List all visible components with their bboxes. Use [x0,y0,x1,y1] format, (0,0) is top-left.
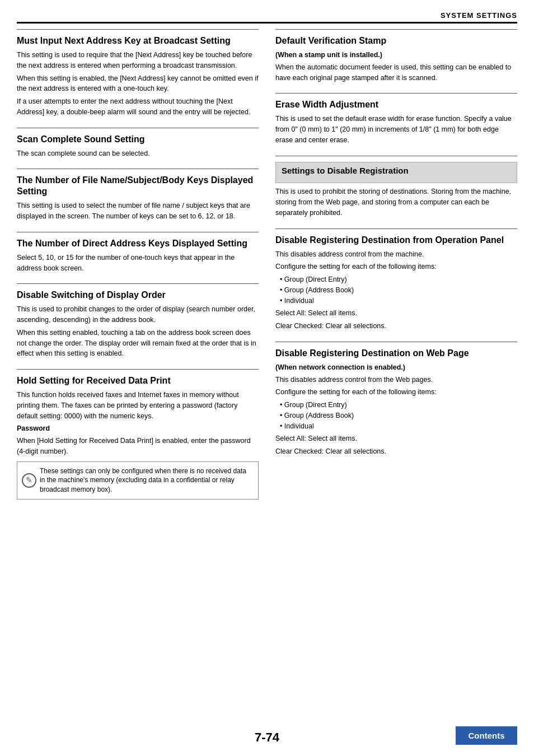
section-direct-address-keys-body: Select 5, 10, or 15 for the number of on… [17,253,259,274]
section-settings-disable-registration-body: This is used to prohibit the storing of … [275,186,517,218]
section-scan-complete-body: The scan complete sound can be selected. [17,148,259,159]
section-direct-address-keys-title: The Number of Direct Address Keys Displa… [17,238,259,249]
section-direct-address-keys: The Number of Direct Address Keys Displa… [17,232,259,276]
section-settings-disable-registration: Settings to Disable Registration This is… [275,156,517,221]
hold-setting-password-label: Password [17,423,259,434]
section-scan-complete-title: Scan Complete Sound Setting [17,134,259,145]
section-hold-setting: Hold Setting for Received Data Print Thi… [17,369,259,500]
section-disable-registering-panel: Disable Registering Destination from Ope… [275,228,517,334]
disable-registering-web-list: Group (Direct Entry) Group (Address Book… [275,400,517,431]
section-default-verification-stamp-title: Default Verification Stamp [275,35,517,46]
highlighted-settings-disable-registration: Settings to Disable Registration [275,162,517,184]
page-number: 7-74 [184,730,350,745]
main-content: Must Input Next Address Key at Broadcast… [17,29,517,507]
section-hold-setting-title: Hold Setting for Received Data Print [17,375,259,386]
footer: 7-74 Contents [0,726,534,745]
hold-setting-note-box: ✎ These settings can only be configured … [17,461,259,500]
section-default-verification-stamp: Default Verification Stamp (When a stamp… [275,29,517,85]
section-disable-registering-web: Disable Registering Destination on Web P… [275,342,517,459]
section-default-verification-stamp-body: (When a stamp unit is installed.) When t… [275,50,517,83]
hold-setting-note-text: These settings can only be configured wh… [40,467,246,494]
section-must-input: Must Input Next Address Key at Broadcast… [17,29,259,120]
section-disable-registering-web-title: Disable Registering Destination on Web P… [275,348,517,359]
section-file-name-keys-title: The Number of File Name/Subject/Body Key… [17,175,259,197]
left-column: Must Input Next Address Key at Broadcast… [17,29,259,507]
system-settings-header: SYSTEM SETTINGS [17,11,517,24]
section-disable-registering-web-body: (When network connection is enabled.) Th… [275,362,517,457]
list-item: Group (Address Book) [280,410,517,421]
section-must-input-title: Must Input Next Address Key at Broadcast… [17,35,259,46]
section-disable-registering-panel-title: Disable Registering Destination from Ope… [275,235,517,246]
list-item: Group (Address Book) [280,285,517,296]
right-column: Default Verification Stamp (When a stamp… [275,29,517,507]
page: SYSTEM SETTINGS Must Input Next Address … [0,0,534,756]
section-file-name-keys: The Number of File Name/Subject/Body Key… [17,169,259,224]
contents-button[interactable]: Contents [456,726,517,745]
default-verification-stamp-subtitle: (When a stamp unit is installed.) [275,50,517,60]
list-item: Group (Direct Entry) [280,274,517,285]
disable-registering-web-subtitle: (When network connection is enabled.) [275,362,517,373]
section-must-input-body: This setting is used to require that the… [17,50,259,118]
note-icon: ✎ [22,473,36,488]
section-settings-disable-registration-title: Settings to Disable Registration [282,166,511,176]
section-disable-switching: Disable Switching of Display Order This … [17,283,259,361]
section-scan-complete: Scan Complete Sound Setting The scan com… [17,128,259,161]
section-disable-switching-title: Disable Switching of Display Order [17,290,259,301]
section-disable-switching-body: This is used to prohibit changes to the … [17,304,259,359]
section-erase-width-body: This is used to set the default erase wi… [275,114,517,145]
disable-registering-panel-list: Group (Direct Entry) Group (Address Book… [275,274,517,306]
section-erase-width: Erase Width Adjustment This is used to s… [275,93,517,147]
list-item: Group (Direct Entry) [280,400,517,410]
list-item: Individual [280,296,517,306]
section-disable-registering-panel-body: This disables address control from the m… [275,249,517,332]
section-hold-setting-body: This function holds received faxes and I… [17,390,259,500]
section-erase-width-title: Erase Width Adjustment [275,99,517,110]
section-file-name-keys-body: This setting is used to select the numbe… [17,200,259,222]
list-item: Individual [280,421,517,432]
header-title: SYSTEM SETTINGS [441,11,517,20]
